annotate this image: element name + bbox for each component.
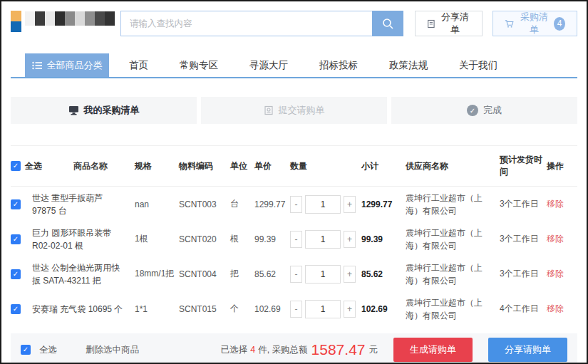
cart-footer: ✓ 全选 删除选中商品 已选择 4 件, 采购总额 1587.47 元 生成请购…	[11, 333, 577, 364]
nav-item-sourcing[interactable]: 寻源大厅	[249, 59, 288, 72]
monitor-icon	[68, 105, 79, 115]
qty-minus-button[interactable]: -	[290, 301, 302, 318]
header-unit: 单位	[230, 160, 254, 172]
qty-value[interactable]: 1	[305, 195, 341, 214]
product-spec: 1根	[135, 233, 179, 245]
remove-link[interactable]: 移除	[547, 269, 564, 279]
all-categories-label: 全部商品分类	[47, 59, 103, 72]
main-nav: 全部商品分类 首页 常购专区 寻源大厅 招标投标 政策法规 关于我们	[11, 53, 577, 78]
row-checkbox[interactable]: ✓	[11, 199, 21, 209]
table-row: ✓ 世达 重型手扳葫芦 97875 台 nan SCNT003 台 1299.7…	[11, 187, 577, 222]
yuan-label: 元	[369, 344, 378, 356]
search-bar	[120, 11, 403, 36]
qty-minus-button[interactable]: -	[290, 231, 302, 248]
table-row: ✓ 世达 公制全抛光两用快扳 SATA-43211 把 18mm/1把 SCNT…	[11, 256, 577, 291]
select-all-label: 全选	[25, 160, 42, 172]
material-code: SCNT004	[179, 269, 230, 279]
nav-links: 首页 常购专区 寻源大厅 招标投标 政策法规 关于我们	[129, 53, 529, 77]
delivery-time: 3个工作日	[500, 198, 547, 210]
nav-item-policy[interactable]: 政策法规	[389, 59, 428, 72]
header-spec: 规格	[135, 160, 179, 172]
nav-item-frequent[interactable]: 常购专区	[180, 59, 218, 72]
logo-mark	[11, 11, 21, 32]
product-name: 世达 重型手扳葫芦 97875 台	[32, 192, 135, 217]
supplier-name: 震坤行工业超市（上海）有限公司	[406, 261, 500, 287]
all-categories-tab[interactable]: 全部商品分类	[25, 53, 109, 77]
material-code: SCNT020	[179, 234, 230, 244]
search-button[interactable]	[372, 11, 403, 36]
supplier-name: 震坤行工业超市（上海）有限公司	[406, 192, 500, 217]
product-spec: 1*1	[135, 304, 179, 314]
product-spec: 18mm/1把	[135, 268, 179, 280]
generate-requisition-button[interactable]: 生成请购单	[393, 338, 473, 362]
header-action: 操作	[547, 160, 572, 172]
product-unit: 台	[230, 198, 254, 210]
top-bar: 分享清单 采购清单 4	[11, 9, 577, 38]
subtotal: 102.69	[361, 304, 406, 314]
logo-square-blue	[11, 21, 21, 32]
header-unit-price: 单价	[254, 160, 290, 172]
step-label: 完成	[483, 104, 502, 117]
qty-value[interactable]: 1	[305, 230, 341, 249]
product-name: 巨力 圆形环眼吊装带 R02-02-01 根	[32, 227, 135, 252]
delivery-time: 3个工作日	[500, 268, 547, 280]
clipboard-icon	[264, 105, 274, 115]
qty-plus-button[interactable]: +	[344, 196, 356, 213]
header-delivery-time: 预计发货时间	[500, 154, 547, 178]
share-list-button[interactable]: 分享清单	[415, 11, 483, 36]
qty-plus-button[interactable]: +	[344, 266, 356, 283]
remove-link[interactable]: 移除	[547, 199, 564, 209]
nav-item-bidding[interactable]: 招标投标	[319, 59, 358, 72]
footer-select-all-label: 全选	[39, 344, 57, 356]
summary-mid: 件, 采购总额	[258, 344, 307, 356]
footer-select-all-checkbox[interactable]: ✓	[21, 345, 31, 355]
share-requisition-button[interactable]: 分享请购单	[488, 338, 567, 362]
cart-icon	[505, 19, 514, 29]
product-name: 安赛瑞 充气袋 10695 个	[32, 303, 135, 316]
cart-button[interactable]: 采购清单 4	[492, 11, 577, 36]
table-header-row: ✓ 全选 商品名称 规格 物料编码 单位 单价 数量 小计 供应商名称 预计发货…	[11, 145, 577, 187]
product-spec: nan	[135, 199, 179, 209]
row-checkbox[interactable]: ✓	[11, 234, 21, 244]
row-checkbox[interactable]: ✓	[11, 304, 21, 314]
checkout-steps: 我的采购清单 提交请购单 ✓ 完成	[11, 97, 577, 124]
unit-price: 99.39	[254, 234, 290, 244]
share-list-label: 分享清单	[440, 11, 471, 36]
table-row: ✓ 巨力 圆形环眼吊装带 R02-02-01 根 1根 SCNT020 根 99…	[11, 222, 577, 256]
row-checkbox[interactable]: ✓	[11, 269, 21, 279]
header-quantity: 数量	[290, 160, 361, 172]
product-name: 世达 公制全抛光两用快扳 SATA-43211 把	[32, 261, 135, 287]
step-label: 我的采购清单	[84, 104, 140, 117]
menu-list-icon	[32, 61, 42, 70]
cart-label: 采购清单	[519, 11, 550, 36]
product-unit: 根	[230, 233, 254, 245]
search-input[interactable]	[120, 11, 372, 36]
remove-link[interactable]: 移除	[547, 234, 564, 244]
select-all-checkbox[interactable]: ✓	[11, 161, 21, 171]
delivery-time: 3个工作日	[500, 233, 547, 245]
unit-price: 85.62	[254, 269, 290, 279]
step-done: ✓ 完成	[391, 97, 577, 124]
step-submit-requisition: 提交请购单	[201, 97, 387, 124]
logo-redacted-text	[25, 11, 115, 26]
delete-selected-link[interactable]: 删除选中商品	[86, 344, 139, 356]
delivery-time: 4个工作日	[500, 303, 547, 315]
product-unit: 个	[230, 303, 254, 315]
unit-price: 1299.77	[254, 199, 290, 209]
qty-minus-button[interactable]: -	[290, 266, 302, 283]
qty-plus-button[interactable]: +	[344, 301, 356, 318]
material-code: SCNT015	[179, 304, 230, 314]
check-circle-icon: ✓	[467, 105, 478, 116]
header-material-code: 物料编码	[179, 160, 230, 172]
cart-table: ✓ 全选 商品名称 规格 物料编码 单位 单价 数量 小计 供应商名称 预计发货…	[11, 145, 577, 326]
qty-value[interactable]: 1	[305, 265, 341, 284]
qty-minus-button[interactable]: -	[290, 196, 302, 213]
logo-square-orange	[11, 11, 21, 21]
nav-item-about[interactable]: 关于我们	[459, 59, 497, 72]
qty-plus-button[interactable]: +	[344, 231, 356, 248]
summary-prefix: 已选择	[221, 344, 248, 356]
qty-value[interactable]: 1	[305, 300, 341, 318]
nav-item-home[interactable]: 首页	[129, 59, 148, 72]
subtotal: 99.39	[361, 234, 406, 244]
remove-link[interactable]: 移除	[547, 303, 564, 313]
